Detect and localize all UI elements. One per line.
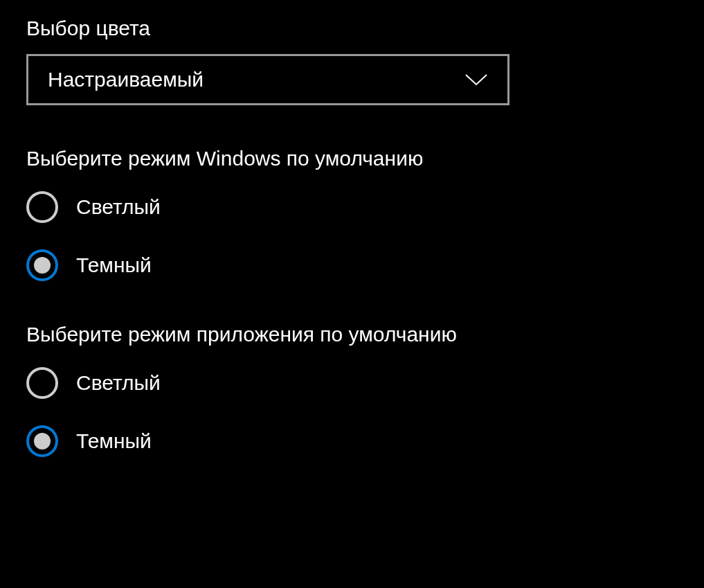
windows-mode-light-option[interactable]: Светлый — [26, 191, 678, 223]
radio-inner-dot — [34, 433, 51, 449]
radio-checked-icon — [26, 249, 58, 281]
color-choice-dropdown[interactable]: Настраиваемый — [26, 54, 509, 105]
radio-unchecked-icon — [26, 367, 58, 399]
radio-unchecked-icon — [26, 191, 58, 223]
windows-mode-dark-label: Темный — [76, 253, 152, 277]
app-mode-light-label: Светлый — [76, 371, 161, 395]
app-mode-dark-option[interactable]: Темный — [26, 425, 678, 457]
radio-inner-dot — [34, 257, 51, 274]
app-mode-dark-label: Темный — [76, 429, 152, 453]
windows-mode-dark-option[interactable]: Темный — [26, 249, 678, 281]
color-choice-selected: Настраиваемый — [48, 68, 204, 91]
color-choice-label: Выбор цвета — [26, 17, 678, 40]
app-mode-light-option[interactable]: Светлый — [26, 367, 678, 399]
windows-mode-label: Выберите режим Windows по умолчанию — [26, 147, 678, 170]
windows-mode-light-label: Светлый — [76, 195, 161, 219]
app-mode-label: Выберите режим приложения по умолчанию — [26, 323, 678, 346]
chevron-down-icon — [464, 73, 488, 86]
radio-checked-icon — [26, 425, 58, 457]
